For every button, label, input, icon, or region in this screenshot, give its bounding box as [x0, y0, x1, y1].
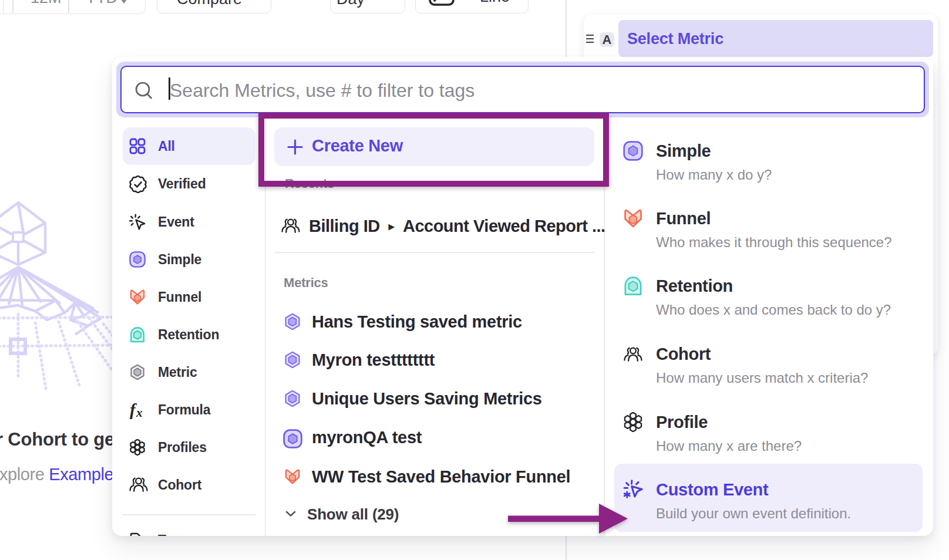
svg-text:x: x — [136, 406, 143, 420]
